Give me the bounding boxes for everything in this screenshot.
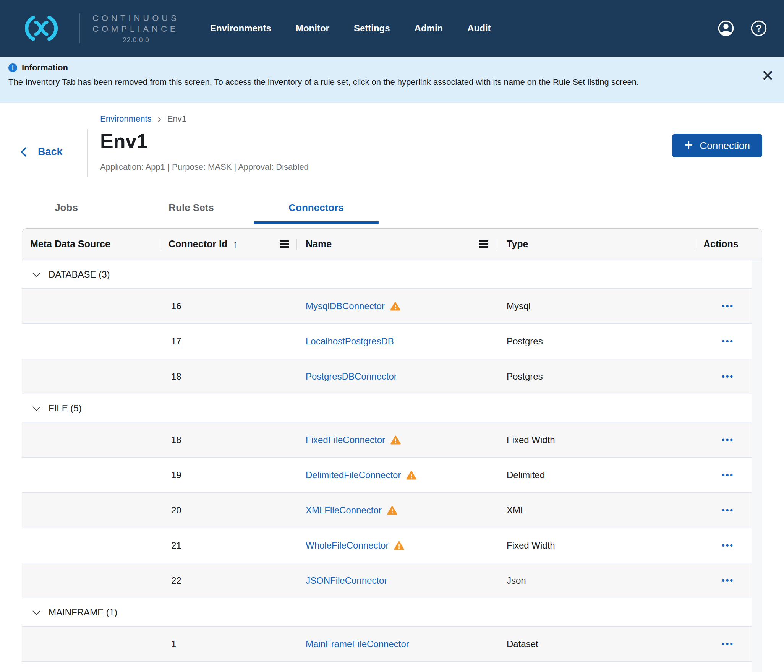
group-row-database-3[interactable]: DATABASE (3) bbox=[22, 260, 762, 289]
column-header-type[interactable]: Type bbox=[496, 229, 694, 260]
breadcrumb-current: Env1 bbox=[167, 114, 186, 124]
connector-type-value: Delimited bbox=[507, 470, 545, 480]
info-icon: i bbox=[8, 63, 17, 72]
column-menu-icon[interactable] bbox=[479, 240, 488, 248]
connector-type-value: Json bbox=[507, 575, 526, 586]
row-actions-button[interactable]: ••• bbox=[718, 574, 738, 587]
group-row-mainframe-1[interactable]: MAINFRAME (1) bbox=[22, 598, 762, 627]
brand-divider bbox=[79, 13, 80, 43]
cell-type: XML bbox=[496, 493, 694, 528]
connector-name-link[interactable]: MysqlDBConnector bbox=[306, 301, 385, 312]
connector-name-link[interactable]: JSONFileConnector bbox=[306, 575, 387, 586]
table-row: 19DelimitedFileConnectorDelimited••• bbox=[22, 458, 762, 493]
connector-name-link[interactable]: FixedFileConnector bbox=[306, 435, 385, 445]
column-header-meta-data-source[interactable]: Meta Data Source bbox=[22, 229, 161, 260]
cell-name: MysqlDBConnector bbox=[296, 289, 496, 323]
warning-icon bbox=[394, 541, 404, 550]
group-label: FILE (5) bbox=[49, 403, 82, 414]
connector-name-link[interactable]: WholeFileConnector bbox=[306, 540, 389, 551]
breadcrumb: Environments › Env1 bbox=[0, 103, 784, 124]
close-icon[interactable]: ✕ bbox=[761, 68, 774, 83]
chevron-right-icon: › bbox=[158, 115, 161, 123]
nav-item-environments[interactable]: Environments bbox=[210, 23, 271, 34]
cell-meta-data-source bbox=[22, 458, 161, 492]
back-button[interactable]: Back bbox=[22, 146, 63, 158]
cell-type: Json bbox=[496, 563, 694, 598]
connector-name-link[interactable]: LocalhostPostgresDB bbox=[306, 336, 394, 347]
chevron-down-icon[interactable] bbox=[32, 607, 40, 615]
row-actions-button[interactable]: ••• bbox=[718, 335, 738, 348]
connector-id-value: 16 bbox=[171, 301, 181, 312]
row-actions-button[interactable]: ••• bbox=[718, 504, 738, 517]
column-label: Meta Data Source bbox=[30, 239, 110, 250]
column-header-name[interactable]: Name bbox=[296, 229, 496, 260]
connection-button-label: Connection bbox=[700, 140, 750, 152]
account-icon[interactable] bbox=[718, 20, 734, 37]
row-actions-button[interactable]: ••• bbox=[718, 370, 738, 383]
cell-type: Postgres bbox=[496, 324, 694, 359]
sort-ascending-icon[interactable]: ↑ bbox=[233, 238, 238, 250]
column-header-connector-id[interactable]: Connector Id ↑ bbox=[161, 229, 296, 260]
connector-name-link[interactable]: MainFrameFileConnector bbox=[306, 639, 409, 649]
row-actions-button[interactable]: ••• bbox=[718, 300, 738, 313]
cell-name: LocalhostPostgresDB bbox=[296, 324, 496, 359]
connector-id-value: 18 bbox=[171, 371, 181, 382]
chevron-down-icon[interactable] bbox=[32, 269, 40, 277]
nav-item-settings[interactable]: Settings bbox=[354, 23, 390, 34]
row-actions-button[interactable]: ••• bbox=[718, 539, 738, 552]
cell-meta-data-source bbox=[22, 627, 161, 661]
cell-connector-id: 21 bbox=[161, 528, 296, 563]
table-row: 20XMLFileConnectorXML••• bbox=[22, 493, 762, 528]
table-body: DATABASE (3)16MysqlDBConnectorMysql•••17… bbox=[22, 260, 762, 662]
warning-icon bbox=[390, 435, 401, 445]
connector-name-link[interactable]: PostgresDBConnector bbox=[306, 371, 397, 382]
connector-name-link[interactable]: XMLFileConnector bbox=[306, 505, 382, 516]
delphix-logo-icon[interactable] bbox=[21, 15, 61, 42]
table-row: 1MainFrameFileConnectorDataset••• bbox=[22, 627, 762, 662]
table-row: 16MysqlDBConnectorMysql••• bbox=[22, 289, 762, 324]
row-actions-button[interactable]: ••• bbox=[718, 433, 738, 446]
connector-id-value: 20 bbox=[171, 505, 181, 516]
column-menu-icon[interactable] bbox=[280, 240, 289, 248]
connector-type-value: Dataset bbox=[507, 639, 538, 649]
group-row-file-5[interactable]: FILE (5) bbox=[22, 394, 762, 422]
brand-line1: CONTINUOUS bbox=[92, 13, 180, 24]
group-label: MAINFRAME (1) bbox=[49, 607, 117, 618]
app-version: 22.0.0.0 bbox=[92, 36, 180, 44]
warning-icon bbox=[387, 506, 397, 515]
more-actions-icon: ••• bbox=[722, 301, 734, 311]
connector-name-link[interactable]: DelimitedFileConnector bbox=[306, 470, 401, 480]
cell-meta-data-source bbox=[22, 422, 161, 457]
table-scrollbar[interactable] bbox=[752, 260, 762, 672]
chevron-left-icon bbox=[21, 147, 31, 157]
tab-connectors[interactable]: Connectors bbox=[254, 196, 379, 224]
page-subtitle: Application: App1 | Purpose: MASK | Appr… bbox=[100, 162, 784, 172]
banner-title: Information bbox=[22, 63, 68, 73]
top-navbar: CONTINUOUS COMPLIANCE 22.0.0.0 Environme… bbox=[0, 0, 784, 57]
cell-connector-id: 18 bbox=[161, 422, 296, 457]
help-icon[interactable]: ? bbox=[750, 20, 767, 37]
brand-block: CONTINUOUS COMPLIANCE 22.0.0.0 bbox=[92, 13, 180, 44]
connector-id-value: 1 bbox=[171, 639, 176, 649]
nav-item-monitor[interactable]: Monitor bbox=[296, 23, 329, 34]
tab-rule-sets[interactable]: Rule Sets bbox=[129, 196, 254, 224]
nav-item-audit[interactable]: Audit bbox=[467, 23, 491, 34]
table-row: 17LocalhostPostgresDBPostgres••• bbox=[22, 324, 762, 359]
breadcrumb-environments[interactable]: Environments bbox=[100, 114, 152, 124]
row-actions-button[interactable]: ••• bbox=[718, 469, 738, 482]
column-label: Actions bbox=[703, 239, 739, 250]
chevron-down-icon[interactable] bbox=[32, 403, 40, 411]
cell-name: XMLFileConnector bbox=[296, 493, 496, 528]
cell-meta-data-source bbox=[22, 528, 161, 563]
tab-jobs[interactable]: Jobs bbox=[4, 196, 129, 224]
more-actions-icon: ••• bbox=[722, 639, 734, 649]
connector-type-value: Fixed Width bbox=[507, 435, 555, 445]
nav-item-admin[interactable]: Admin bbox=[415, 23, 443, 34]
row-actions-button[interactable]: ••• bbox=[718, 638, 738, 651]
cell-name: PostgresDBConnector bbox=[296, 359, 496, 394]
more-actions-icon: ••• bbox=[722, 470, 734, 480]
table-row: 18FixedFileConnectorFixed Width••• bbox=[22, 422, 762, 458]
add-connection-button[interactable]: + Connection bbox=[672, 134, 762, 157]
cell-type: Dataset bbox=[496, 627, 694, 661]
connector-type-value: Fixed Width bbox=[507, 540, 555, 551]
